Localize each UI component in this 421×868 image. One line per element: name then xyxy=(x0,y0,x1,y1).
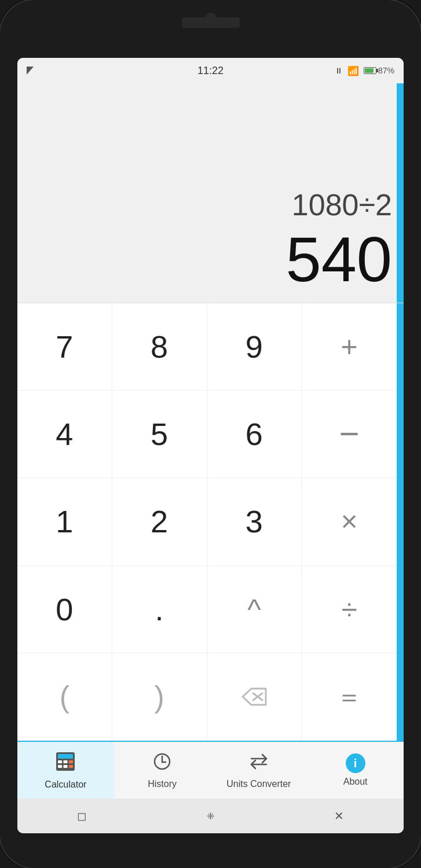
display-result: 540 xyxy=(285,227,392,291)
key-9[interactable]: 9 xyxy=(207,303,302,390)
svg-rect-3 xyxy=(58,754,73,759)
svg-rect-5 xyxy=(64,760,68,763)
status-bar: 11:22 ⏸ 📶 87% xyxy=(17,58,404,83)
key-backspace[interactable] xyxy=(207,653,302,741)
key-divide[interactable]: ÷ xyxy=(302,566,397,653)
signal-icon xyxy=(27,67,34,75)
key-minus[interactable]: − xyxy=(302,391,397,477)
nav-calculator-label: Calculator xyxy=(45,779,86,790)
svg-rect-8 xyxy=(64,765,68,768)
wifi-icon: 📶 xyxy=(347,65,359,76)
key-plus[interactable]: + xyxy=(302,303,397,390)
about-circle: i xyxy=(346,753,365,773)
keypad-row-3: 1 2 3 × xyxy=(17,478,397,565)
calculator-svg xyxy=(55,751,76,772)
bottom-nav: Calculator History xyxy=(17,741,404,799)
keypad-grid: 7 8 9 + 4 5 6 − 1 2 3 × xyxy=(17,303,404,741)
battery-percent: 87% xyxy=(378,66,394,75)
history-icon xyxy=(152,752,172,775)
key-right-paren[interactable]: ) xyxy=(112,653,207,741)
nav-units-converter[interactable]: Units Converter xyxy=(211,742,307,799)
key-left-paren[interactable]: ( xyxy=(17,653,112,741)
convert-icon xyxy=(249,752,269,775)
home-button[interactable]: ⁜ xyxy=(207,811,214,822)
system-nav: ◻ ⁜ ✕ xyxy=(17,799,404,833)
calculator-icon xyxy=(55,751,76,776)
nav-about[interactable]: i About xyxy=(307,742,404,799)
key-power[interactable]: ^ xyxy=(207,566,302,653)
keypad-row-1: 7 8 9 + xyxy=(17,303,397,391)
nav-about-label: About xyxy=(343,777,368,787)
display-scroll-bar[interactable] xyxy=(397,83,404,303)
history-svg xyxy=(152,752,172,771)
key-1[interactable]: 1 xyxy=(17,478,112,565)
key-equals[interactable]: ＝ xyxy=(302,653,397,741)
keypad-area: 7 8 9 + 4 5 6 − 1 2 3 × xyxy=(17,303,404,741)
key-7[interactable]: 7 xyxy=(17,303,112,390)
keypad-row-4: 0 . ^ ÷ xyxy=(17,566,397,653)
recent-apps-button[interactable]: ◻ xyxy=(77,809,87,823)
battery-fill xyxy=(365,68,374,73)
key-2[interactable]: 2 xyxy=(112,478,207,565)
display-area: 1080÷2 540 xyxy=(17,83,404,303)
key-dot[interactable]: . xyxy=(112,566,207,653)
keypad-row-5: ( ) ＝ xyxy=(17,653,397,741)
svg-rect-7 xyxy=(58,765,62,768)
backspace-icon xyxy=(241,686,267,707)
svg-rect-9 xyxy=(69,765,73,768)
nav-calculator[interactable]: Calculator xyxy=(17,742,114,799)
battery-area: 87% xyxy=(364,66,394,75)
key-3[interactable]: 3 xyxy=(207,478,302,565)
nav-units-label: Units Converter xyxy=(226,779,291,789)
about-icon: i xyxy=(346,753,365,773)
app-screen: 11:22 ⏸ 📶 87% 1080÷2 540 xyxy=(17,58,404,833)
phone-frame: 11:22 ⏸ 📶 87% 1080÷2 540 xyxy=(0,0,421,868)
key-4[interactable]: 4 xyxy=(17,391,112,477)
back-button[interactable]: ✕ xyxy=(334,809,344,823)
svg-rect-4 xyxy=(58,760,62,763)
signal-area xyxy=(27,67,34,75)
keypad-scroll-bar[interactable] xyxy=(397,303,404,741)
battery-icon xyxy=(364,67,376,74)
status-right-icons: ⏸ 📶 87% xyxy=(335,65,394,76)
phone-speaker xyxy=(182,17,240,28)
key-6[interactable]: 6 xyxy=(207,391,302,477)
display-expression: 1080÷2 xyxy=(292,189,392,222)
key-5[interactable]: 5 xyxy=(112,391,207,477)
status-time: 11:22 xyxy=(197,65,224,77)
pause-icon: ⏸ xyxy=(335,66,343,75)
svg-rect-6 xyxy=(69,760,73,763)
convert-svg xyxy=(249,752,269,771)
key-8[interactable]: 8 xyxy=(112,303,207,390)
nav-history-label: History xyxy=(148,779,177,789)
nav-history[interactable]: History xyxy=(114,742,211,799)
key-0[interactable]: 0 xyxy=(17,566,112,653)
keypad-row-2: 4 5 6 − xyxy=(17,391,397,478)
key-multiply[interactable]: × xyxy=(302,478,397,565)
